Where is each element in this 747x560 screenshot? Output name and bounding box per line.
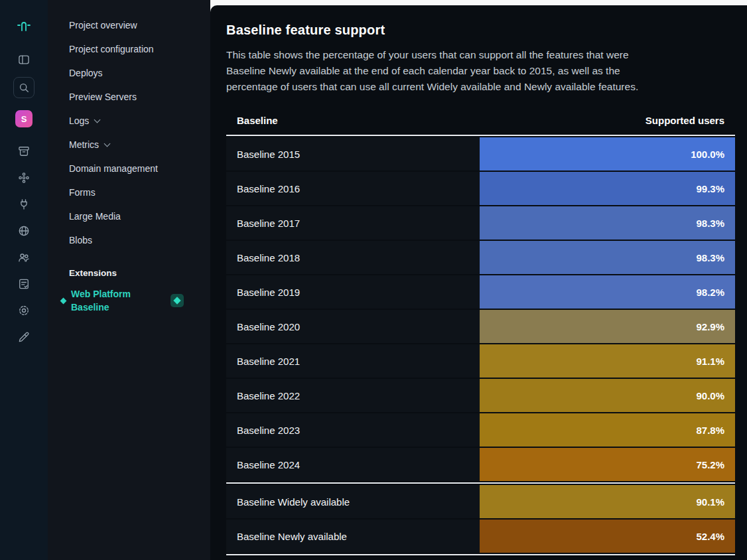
supported-users-bar: 92.9% — [480, 310, 735, 343]
table-row: Baseline 201898.3% — [226, 241, 735, 274]
row-label: Baseline Widely available — [226, 496, 350, 508]
supported-users-bar: 98.3% — [480, 206, 735, 240]
row-label: Baseline 2024 — [226, 459, 300, 470]
avatar[interactable]: S — [15, 110, 33, 127]
main-wrapper: Baseline feature support This table show… — [210, 0, 747, 560]
supported-users-value: 52.4% — [696, 531, 735, 542]
netlify-logo-icon[interactable] — [16, 17, 32, 36]
supported-users-value: 87.8% — [696, 425, 735, 436]
globe-icon[interactable] — [12, 219, 36, 243]
supported-users-value: 90.0% — [696, 390, 735, 401]
supported-users-bar: 52.4% — [480, 520, 735, 553]
chevron-down-icon — [104, 141, 111, 147]
table-header: Baseline Supported users — [226, 115, 735, 136]
group-divider — [226, 482, 735, 484]
settings-icon[interactable] — [12, 299, 36, 322]
sidebar-item-preview-servers[interactable]: Preview Servers — [48, 85, 210, 109]
column-header-baseline: Baseline — [237, 115, 278, 126]
row-label: Baseline 2016 — [226, 183, 300, 194]
sidebar-item-label: Logs — [69, 115, 89, 126]
sidebar-item-metrics[interactable]: Metrics — [48, 133, 210, 157]
baseline-extension-badge-icon — [170, 294, 184, 307]
supported-users-bar: 100.0% — [480, 137, 735, 171]
sidebar-item-web-platform-baseline[interactable]: Web Platform Baseline — [48, 287, 210, 314]
supported-users-bar: 87.8% — [480, 413, 735, 447]
baseline-support-table: Baseline Supported users Baseline 201510… — [226, 115, 735, 555]
supported-users-bar: 91.1% — [480, 344, 735, 378]
rail-icon-group — [12, 139, 36, 352]
table-row: Baseline 2015100.0% — [226, 137, 735, 171]
row-label: Baseline Newly available — [226, 531, 347, 542]
table-row: Baseline Newly available52.4% — [226, 520, 735, 553]
diamond-bullet-icon — [60, 297, 67, 304]
column-header-supported-users: Supported users — [645, 115, 724, 126]
row-label: Baseline 2019 — [226, 287, 300, 298]
sidebar-item-label: Project overview — [69, 20, 137, 31]
supported-users-value: 98.3% — [696, 252, 735, 263]
plug-icon[interactable] — [12, 192, 36, 216]
supported-users-bar: 99.3% — [480, 172, 735, 205]
forms-icon[interactable] — [12, 272, 36, 296]
row-label: Baseline 2018 — [226, 252, 300, 263]
page-description: This table shows the percentage of your … — [226, 47, 665, 95]
extension-label: Web Platform Baseline — [71, 287, 137, 314]
sidebar-item-domain-management[interactable]: Domain management — [48, 157, 210, 180]
table-row: Baseline 201798.3% — [226, 206, 735, 240]
supported-users-value: 98.3% — [696, 218, 735, 229]
supported-users-value: 100.0% — [691, 149, 735, 160]
table-row: Baseline 201699.3% — [226, 172, 735, 205]
table-row: Baseline 201998.2% — [226, 275, 735, 309]
pen-icon[interactable] — [12, 325, 36, 349]
deploys-icon[interactable] — [12, 139, 36, 163]
sidebar-item-label: Forms — [69, 187, 96, 198]
table-row: Baseline 202191.1% — [226, 344, 735, 378]
row-label: Baseline 2023 — [226, 425, 300, 436]
team-icon[interactable] — [12, 245, 36, 269]
supported-users-bar: 75.2% — [480, 448, 735, 481]
table-body: Baseline 2015100.0%Baseline 201699.3%Bas… — [226, 137, 735, 555]
sidebar-section-extensions: Extensions — [48, 268, 210, 278]
sidebar-item-deploys[interactable]: Deploys — [48, 61, 210, 85]
supported-users-value: 99.3% — [696, 183, 735, 194]
sidebar-item-logs[interactable]: Logs — [48, 109, 210, 133]
supported-users-bar: 98.3% — [480, 241, 735, 274]
search-icon[interactable] — [13, 77, 34, 98]
supported-users-bar: 90.1% — [480, 485, 735, 518]
supported-users-value: 75.2% — [696, 459, 735, 470]
sidebar-item-large-media[interactable]: Large Media — [48, 204, 210, 228]
supported-users-value: 98.2% — [696, 287, 735, 298]
sidebar-item-label: Domain management — [69, 163, 158, 174]
sidebar-item-label: Large Media — [69, 211, 121, 222]
sidebar-item-project-overview[interactable]: Project overview — [48, 13, 210, 37]
table-row: Baseline 202387.8% — [226, 413, 735, 447]
table-row: Baseline Widely available90.1% — [226, 485, 735, 518]
supported-users-value: 92.9% — [696, 321, 735, 332]
icon-rail: S — [0, 0, 48, 560]
supported-users-value: 90.1% — [696, 496, 735, 508]
sidebar-item-label: Preview Servers — [69, 92, 137, 102]
sidebar-item-label: Blobs — [69, 235, 92, 245]
app-window: S Project overviewProject configurationD… — [0, 0, 747, 560]
supported-users-bar: 98.2% — [480, 275, 735, 309]
supported-users-value: 91.1% — [696, 356, 735, 367]
sidebar-item-project-configuration[interactable]: Project configuration — [48, 37, 210, 61]
table-row: Baseline 202475.2% — [226, 448, 735, 481]
row-label: Baseline 2022 — [226, 390, 300, 401]
supported-users-bar: 90.0% — [480, 379, 735, 412]
page-title: Baseline feature support — [226, 23, 735, 38]
row-label: Baseline 2020 — [226, 321, 300, 332]
table-row: Baseline 202290.0% — [226, 379, 735, 412]
sidebar: Project overviewProject configurationDep… — [48, 0, 210, 560]
sidebar-item-label: Metrics — [69, 139, 99, 150]
sidebar-item-label: Deploys — [69, 68, 103, 78]
panel-toggle-icon[interactable] — [12, 48, 36, 72]
main-panel: Baseline feature support This table show… — [210, 5, 747, 560]
sidebar-item-label: Project configuration — [69, 44, 154, 54]
sidebar-item-blobs[interactable]: Blobs — [48, 228, 210, 252]
row-label: Baseline 2017 — [226, 218, 300, 229]
sidebar-item-forms[interactable]: Forms — [48, 180, 210, 204]
table-row: Baseline 202092.9% — [226, 310, 735, 343]
row-label: Baseline 2021 — [226, 356, 300, 367]
extensions-icon[interactable] — [12, 166, 36, 190]
chevron-down-icon — [94, 117, 101, 123]
